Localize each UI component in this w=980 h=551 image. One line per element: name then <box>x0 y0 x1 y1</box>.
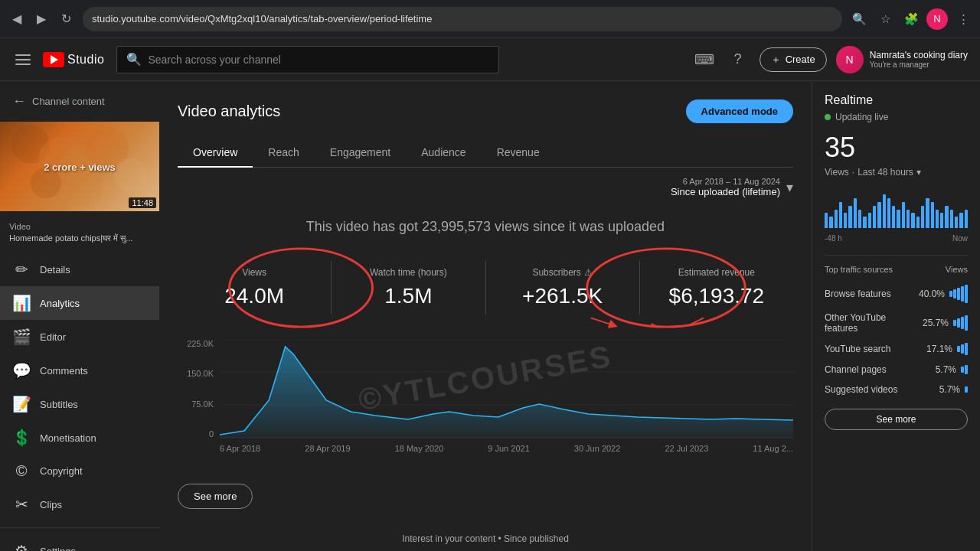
advanced-mode-button[interactable]: Advanced mode <box>686 99 793 123</box>
traffic-pct: 5.7% <box>933 384 960 395</box>
date-range-line2: Since uploaded (lifetime) <box>671 186 780 197</box>
address-bar[interactable]: studio.youtube.com/video/QxMtg2xql10/ana… <box>83 7 842 31</box>
page-header: Video analytics Advanced mode <box>178 99 793 123</box>
subscribers-label-text: Subscribers <box>532 267 580 278</box>
date-filter[interactable]: 6 Apr 2018 – 11 Aug 2024 Since uploaded … <box>178 168 793 204</box>
stat-revenue: Estimated revenue $6,193.72 <box>640 255 793 321</box>
right-see-more-button[interactable]: See more <box>825 409 968 430</box>
x-label-4: 9 Jun 2021 <box>488 444 529 453</box>
profile-icon[interactable]: N <box>926 8 948 30</box>
copyright-label: Copyright <box>40 465 83 477</box>
create-button[interactable]: ＋ Create <box>760 47 827 72</box>
traffic-bar <box>949 285 968 303</box>
date-range[interactable]: 6 Apr 2018 – 11 Aug 2024 Since uploaded … <box>671 177 780 197</box>
video-info: Video Homemade potato chips|घर में सु... <box>0 217 159 246</box>
user-name: Namrata's cooking diary <box>870 50 968 60</box>
analytics-label: Analytics <box>40 298 80 309</box>
traffic-row: YouTube search17.1% <box>825 338 968 360</box>
search-icon: 🔍 <box>126 52 142 67</box>
mini-bar <box>887 198 890 228</box>
revenue-value: $6,193.72 <box>646 284 787 308</box>
tab-overview[interactable]: Overview <box>178 139 253 168</box>
forward-button[interactable]: ▶ <box>31 8 52 30</box>
mini-chart <box>825 190 968 228</box>
tab-bar: Overview Reach Engagement Audience Reven… <box>178 139 793 168</box>
interest-text: Interest in your content • Since publish… <box>178 521 793 550</box>
keyboard-shortcut-icon[interactable]: ⌨ <box>692 47 717 72</box>
sidebar-item-details[interactable]: ✏ Details <box>0 253 159 286</box>
traffic-right: 5.7% <box>929 364 968 375</box>
x-label-3: 18 May 2020 <box>395 444 444 453</box>
search-icon[interactable]: 🔍 <box>848 8 870 30</box>
traffic-source-name: Browse features <box>825 289 891 299</box>
mini-chart-labels: -48 h Now <box>825 234 968 243</box>
traffic-bar-segment <box>965 343 968 355</box>
sidebar-item-subtitles[interactable]: 📝 Subtitles <box>0 387 159 421</box>
sidebar-item-analytics[interactable]: 📊 Analytics <box>0 286 159 320</box>
help-icon[interactable]: ? <box>726 47 750 72</box>
traffic-bar <box>957 343 968 355</box>
subscribers-value: +261.5K <box>492 284 633 308</box>
watch-time-value: 1.5M <box>338 284 479 308</box>
video-label: Video <box>9 222 150 231</box>
realtime-title: Realtime <box>825 93 968 107</box>
traffic-pct: 17.1% <box>925 344 952 354</box>
extensions-icon[interactable]: 🧩 <box>900 8 922 30</box>
y-label-3: 75.0K <box>178 399 214 409</box>
search-input[interactable] <box>148 54 489 66</box>
settings-icon: ⚙ <box>12 542 31 551</box>
browser-icons: 🔍 ☆ 🧩 N ⋮ <box>848 8 974 30</box>
see-more-button[interactable]: See more <box>178 484 253 509</box>
yt-studio-logo[interactable]: Studio <box>43 52 104 67</box>
traffic-bar-segment <box>957 288 960 300</box>
chevron-down-realtime-icon: ▾ <box>916 167 921 178</box>
bookmark-icon[interactable]: ☆ <box>874 8 896 30</box>
sidebar-item-editor[interactable]: 🎬 Editor <box>0 320 159 354</box>
chart-label-left: -48 h <box>825 234 842 243</box>
traffic-pct: 5.7% <box>929 364 956 375</box>
mini-bar <box>854 198 857 228</box>
channel-content-btn[interactable]: ← Channel content <box>0 87 159 116</box>
realtime-status: Updating live <box>825 112 968 122</box>
subtitles-label: Subtitles <box>40 399 78 410</box>
traffic-bar <box>965 386 968 393</box>
video-title: Homemade potato chips|घर में सु... <box>9 233 150 243</box>
chart-wrapper: 225.0K 150.0K 75.0K 0 <box>178 339 793 453</box>
tab-engagement[interactable]: Engagement <box>315 139 406 168</box>
sidebar: ← Channel content 2 crore + views 11:48 <box>0 81 159 551</box>
header-right: ⌨ ? ＋ Create N Namrata's cooking diary Y… <box>692 46 968 73</box>
hamburger-menu[interactable] <box>12 49 34 70</box>
mini-bar <box>902 202 905 228</box>
analytics-icon: 📊 <box>12 294 31 312</box>
stat-views: Views 24.0M <box>178 255 331 321</box>
tab-reach[interactable]: Reach <box>253 139 314 168</box>
traffic-header-source: Top traffic sources <box>825 265 893 274</box>
refresh-button[interactable]: ↻ <box>55 8 77 30</box>
user-info[interactable]: N Namrata's cooking diary You're a manag… <box>836 46 968 73</box>
more-icon[interactable]: ⋮ <box>952 8 974 30</box>
tab-audience[interactable]: Audience <box>406 139 481 168</box>
traffic-right: 17.1% <box>925 343 968 355</box>
mini-bar <box>835 210 838 228</box>
traffic-bar-segment <box>961 286 964 302</box>
sidebar-item-monetisation[interactable]: 💲 Monetisation <box>0 421 159 455</box>
app: Studio 🔍 ⌨ ? ＋ Create N Namrata's cookin… <box>0 38 980 551</box>
realtime-meta[interactable]: Views · Last 48 hours ▾ <box>825 167 968 178</box>
x-label-6: 22 Jul 2023 <box>665 444 708 453</box>
comments-label: Comments <box>40 365 88 377</box>
traffic-bar-segment <box>953 289 956 298</box>
mini-bar <box>945 206 948 228</box>
sidebar-item-copyright[interactable]: © Copyright <box>0 455 159 487</box>
sidebar-item-settings[interactable]: ⚙ Settings <box>0 534 159 551</box>
chart-svg <box>220 339 793 439</box>
back-button[interactable]: ◀ <box>6 8 28 30</box>
sidebar-item-clips[interactable]: ✂ Clips <box>0 487 159 521</box>
search-bar[interactable]: 🔍 <box>116 46 499 73</box>
panel-divider <box>825 255 968 256</box>
sidebar-item-comments[interactable]: 💬 Comments <box>0 354 159 387</box>
traffic-row: Channel pages5.7% <box>825 360 968 380</box>
traffic-bar-segment <box>957 346 960 352</box>
mini-bar <box>936 210 939 228</box>
monetisation-label: Monetisation <box>40 432 96 444</box>
tab-revenue[interactable]: Revenue <box>482 139 555 168</box>
